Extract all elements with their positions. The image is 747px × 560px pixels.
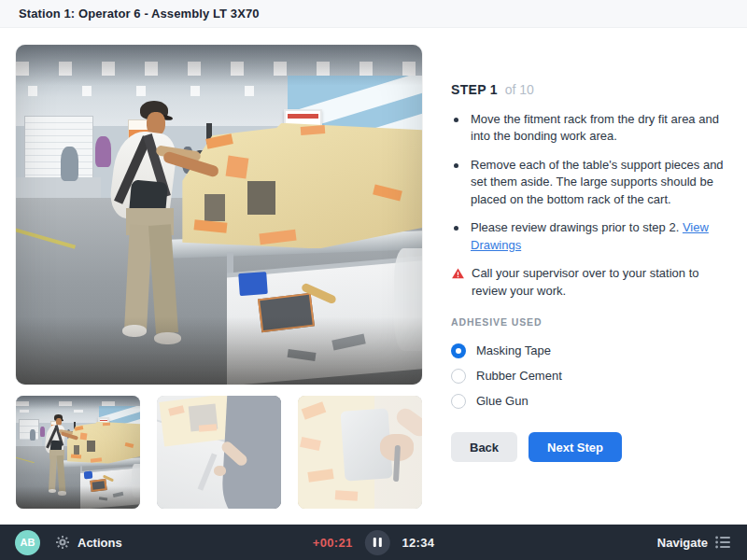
bullet-icon [454, 226, 458, 231]
radio-label: Rubber Cement [476, 369, 562, 383]
station-header: Station 1: Operator 6 - Assembly LT 3X70 [0, 0, 747, 28]
radio-option-masking-tape[interactable]: Masking Tape [451, 338, 731, 363]
instruction-bullet-2: Remove each of the table's support piece… [451, 157, 731, 208]
warning-text: Call your supervisor over to your statio… [472, 265, 731, 300]
radio-option-rubber-cement[interactable]: Rubber Cement [451, 363, 731, 388]
navigate-button[interactable]: Navigate [657, 536, 730, 550]
factory-scene-illustration [16, 396, 140, 509]
factory-scene-illustration [16, 45, 422, 385]
thumb-fade [157, 396, 281, 509]
instruction-bullet-1: Move the fitment rack from the dry fit a… [451, 111, 731, 146]
avatar[interactable]: AB [15, 530, 40, 555]
pause-icon [373, 538, 375, 547]
gear-icon [55, 535, 70, 550]
supervisor-warning: Call your supervisor over to your statio… [451, 265, 731, 300]
overtime-timer: +00:21 [313, 536, 353, 550]
step-photo [16, 45, 422, 385]
step-heading: STEP 1 of 10 [451, 82, 731, 97]
radio-option-glue-gun[interactable]: Glue Gun [451, 388, 731, 413]
list-menu-icon [715, 536, 730, 549]
station-title: Station 1: Operator 6 - Assembly LT 3X70 [19, 7, 260, 21]
back-button[interactable]: Back [451, 432, 517, 462]
instruction-text: Remove each of the table's support piece… [471, 157, 731, 208]
bullet-icon [454, 163, 458, 168]
navigate-label: Navigate [657, 536, 708, 550]
photo-thumbnails [16, 396, 422, 509]
step-navigation-buttons: Back Next Step [451, 432, 731, 462]
session-footer: AB Actions +00:21 12:34 [0, 525, 747, 560]
instruction-text: Please review drawings prior to step 2. [471, 220, 679, 234]
instruction-text: Please review drawings prior to step 2. … [471, 219, 731, 254]
adhesive-used-label: ADHESIVE USED [451, 316, 731, 328]
thumbnail-1-active[interactable] [16, 396, 140, 509]
thumbnail-2[interactable] [157, 396, 281, 509]
thumb-fade [298, 396, 422, 509]
thumbnail-3[interactable] [298, 396, 422, 509]
step-title: STEP 1 [451, 82, 498, 97]
pause-button[interactable] [364, 530, 389, 555]
step-instructions-panel: STEP 1 of 10 Move the fitment rack from … [451, 82, 731, 462]
bullet-icon [454, 118, 458, 122]
actions-button[interactable]: Actions [55, 535, 122, 550]
actions-label: Actions [78, 536, 122, 550]
work-instruction-app: Station 1: Operator 6 - Assembly LT 3X70 [0, 0, 747, 560]
radio-icon [451, 343, 466, 358]
sc-vignette [16, 396, 140, 509]
elapsed-time: 12:34 [402, 536, 434, 550]
step-progress: of 10 [505, 82, 534, 97]
instruction-bullet-3: Please review drawings prior to step 2. … [451, 219, 731, 254]
radio-label: Glue Gun [476, 394, 529, 408]
timer-cluster: +00:21 12:34 [313, 530, 434, 555]
sc-vignette [16, 45, 422, 385]
warning-icon [451, 267, 465, 280]
instruction-text: Move the fitment rack from the dry fit a… [471, 111, 731, 146]
radio-icon [451, 369, 466, 384]
pause-icon [378, 538, 381, 547]
next-step-button[interactable]: Next Step [529, 432, 622, 462]
radio-icon [451, 394, 466, 409]
radio-label: Masking Tape [476, 343, 551, 357]
